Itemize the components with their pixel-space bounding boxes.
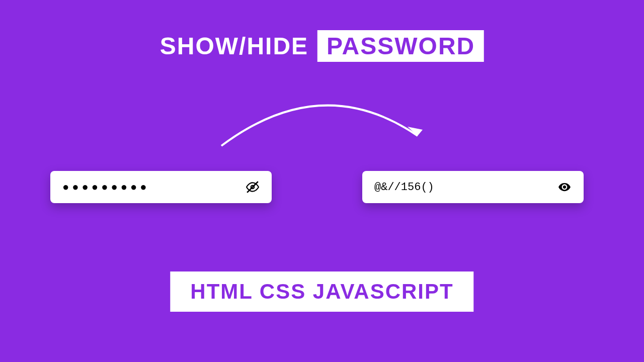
title-highlight: PASSWORD	[317, 30, 484, 62]
password-visible-value: @&//156()	[374, 181, 434, 194]
title-prefix: SHOW/HIDE	[160, 32, 308, 60]
arrow-illustration	[206, 80, 438, 151]
footer-badge: HTML CSS JAVASCRIPT	[170, 272, 473, 312]
page-title: SHOW/HIDE PASSWORD	[160, 30, 484, 62]
password-input-visible[interactable]: @&//156()	[362, 171, 584, 203]
password-masked-value: ●●●●●●●●●	[62, 180, 150, 194]
eye-icon[interactable]	[557, 180, 572, 194]
eye-slash-icon[interactable]	[246, 180, 260, 194]
password-input-hidden[interactable]: ●●●●●●●●●	[50, 171, 272, 203]
